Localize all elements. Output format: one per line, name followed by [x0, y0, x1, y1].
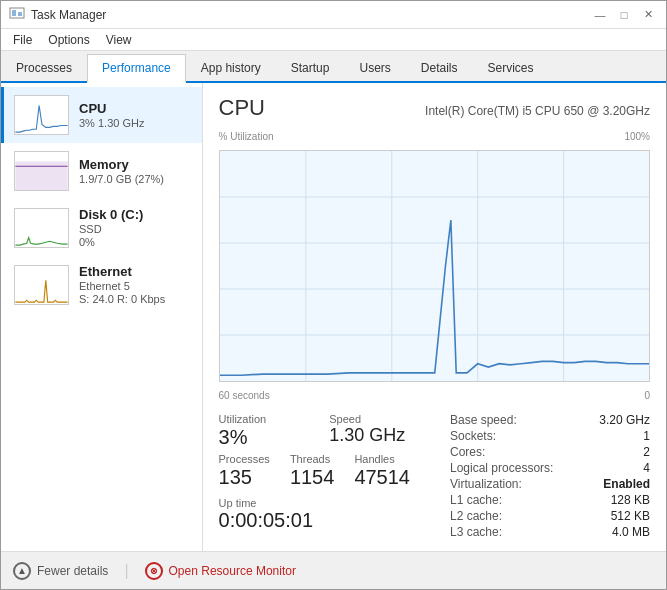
footer-separator: |	[124, 562, 128, 580]
base-speed-value: 3.20 GHz	[599, 413, 650, 427]
menu-view[interactable]: View	[98, 31, 140, 49]
cpu-chart	[219, 150, 650, 382]
l1-row: L1 cache: 128 KB	[450, 493, 650, 507]
ethernet-sub1: Ethernet 5	[79, 280, 192, 292]
l2-label: L2 cache:	[450, 509, 580, 523]
cores-label: Cores:	[450, 445, 580, 459]
l3-row: L3 cache: 4.0 MB	[450, 525, 650, 539]
main-title: CPU	[219, 95, 265, 121]
base-speed-label: Base speed:	[450, 413, 580, 427]
memory-name: Memory	[79, 157, 192, 172]
ethernet-name: Ethernet	[79, 264, 192, 279]
footer: ▲ Fewer details | ⊗ Open Resource Monito…	[1, 551, 666, 589]
open-rm-label: Open Resource Monitor	[169, 564, 296, 578]
logical-row: Logical processors: 4	[450, 461, 650, 475]
menu-bar: File Options View	[1, 29, 666, 51]
tab-details[interactable]: Details	[406, 54, 473, 81]
l3-label: L3 cache:	[450, 525, 580, 539]
uptime-group: Up time 0:00:05:01	[219, 497, 410, 532]
utilization-group: Utilization 3%	[219, 413, 300, 449]
chart-labels-top: % Utilization 100%	[219, 131, 650, 142]
svg-rect-2	[18, 12, 22, 16]
cpu-info: CPU 3% 1.30 GHz	[79, 101, 192, 129]
tab-processes[interactable]: Processes	[1, 54, 87, 81]
tab-app-history[interactable]: App history	[186, 54, 276, 81]
tab-startup[interactable]: Startup	[276, 54, 345, 81]
close-button[interactable]: ✕	[638, 5, 658, 25]
l2-row: L2 cache: 512 KB	[450, 509, 650, 523]
x-left-label: 60 seconds	[219, 390, 270, 401]
virt-value: Enabled	[603, 477, 650, 491]
cpu-name: CPU	[79, 101, 192, 116]
sockets-row: Sockets: 1	[450, 429, 650, 443]
title-bar: Task Manager — □ ✕	[1, 1, 666, 29]
chart-labels-bottom: 60 seconds 0	[219, 390, 650, 401]
task-manager-window: Task Manager — □ ✕ File Options View Pro…	[0, 0, 667, 590]
l1-value: 128 KB	[611, 493, 650, 507]
main-panel: CPU Intel(R) Core(TM) i5 CPU 650 @ 3.20G…	[203, 83, 666, 551]
fewer-details-button[interactable]: ▲ Fewer details	[13, 562, 108, 580]
utilization-value: 3%	[219, 425, 300, 449]
fewer-details-label: Fewer details	[37, 564, 108, 578]
speed-label: Speed	[329, 413, 410, 425]
disk-sub2: 0%	[79, 236, 192, 248]
disk-thumbnail	[14, 208, 69, 248]
uptime-label: Up time	[219, 497, 410, 509]
logical-value: 4	[643, 461, 650, 475]
title-text: Task Manager	[31, 8, 106, 22]
cores-value: 2	[643, 445, 650, 459]
svg-rect-1	[12, 10, 16, 16]
main-header: CPU Intel(R) Core(TM) i5 CPU 650 @ 3.20G…	[219, 95, 650, 121]
threads-group: Threads 1154	[290, 453, 335, 489]
tab-services[interactable]: Services	[473, 54, 549, 81]
memory-thumbnail	[14, 151, 69, 191]
maximize-button[interactable]: □	[614, 5, 634, 25]
tab-performance[interactable]: Performance	[87, 54, 186, 83]
app-icon	[9, 7, 25, 23]
sidebar-item-cpu[interactable]: CPU 3% 1.30 GHz	[1, 87, 202, 143]
uptime-value: 0:00:05:01	[219, 509, 410, 532]
right-stats: Base speed: 3.20 GHz Sockets: 1 Cores: 2…	[450, 413, 650, 539]
utilization-label: Utilization	[219, 413, 300, 425]
handles-value: 47514	[354, 465, 410, 489]
open-resource-monitor-button[interactable]: ⊗ Open Resource Monitor	[145, 562, 296, 580]
ethernet-sub2: S: 24.0 R: 0 Kbps	[79, 293, 192, 305]
resource-monitor-icon: ⊗	[145, 562, 163, 580]
svg-rect-8	[220, 151, 649, 381]
cpu-model: Intel(R) Core(TM) i5 CPU 650 @ 3.20GHz	[425, 104, 650, 118]
y-max: 100%	[624, 131, 650, 142]
cpu-sub: 3% 1.30 GHz	[79, 117, 192, 129]
virt-label: Virtualization:	[450, 477, 580, 491]
ethernet-info: Ethernet Ethernet 5 S: 24.0 R: 0 Kbps	[79, 264, 192, 305]
disk-sub1: SSD	[79, 223, 192, 235]
threads-value: 1154	[290, 465, 335, 489]
title-left: Task Manager	[9, 7, 106, 23]
disk-info: Disk 0 (C:) SSD 0%	[79, 207, 192, 248]
l3-value: 4.0 MB	[612, 525, 650, 539]
disk-name: Disk 0 (C:)	[79, 207, 192, 222]
ethernet-thumbnail	[14, 265, 69, 305]
x-right-label: 0	[644, 390, 650, 401]
logical-label: Logical processors:	[450, 461, 580, 475]
menu-options[interactable]: Options	[40, 31, 97, 49]
sockets-label: Sockets:	[450, 429, 580, 443]
sidebar-item-disk[interactable]: Disk 0 (C:) SSD 0%	[1, 199, 202, 256]
sockets-value: 1	[643, 429, 650, 443]
processes-value: 135	[219, 465, 270, 489]
handles-label: Handles	[354, 453, 410, 465]
base-speed-row: Base speed: 3.20 GHz	[450, 413, 650, 427]
tab-bar: Processes Performance App history Startu…	[1, 51, 666, 83]
threads-label: Threads	[290, 453, 335, 465]
sidebar-item-memory[interactable]: Memory 1.9/7.0 GB (27%)	[1, 143, 202, 199]
processes-group: Processes 135	[219, 453, 270, 489]
minimize-button[interactable]: —	[590, 5, 610, 25]
virt-row: Virtualization: Enabled	[450, 477, 650, 491]
memory-sub: 1.9/7.0 GB (27%)	[79, 173, 192, 185]
sidebar: CPU 3% 1.30 GHz Memory 1.9/7.0 GB (27%)	[1, 83, 203, 551]
sidebar-item-ethernet[interactable]: Ethernet Ethernet 5 S: 24.0 R: 0 Kbps	[1, 256, 202, 313]
menu-file[interactable]: File	[5, 31, 40, 49]
speed-value: 1.30 GHz	[329, 425, 410, 447]
l2-value: 512 KB	[611, 509, 650, 523]
left-stats: Utilization 3% Speed 1.30 GHz Processes …	[219, 413, 410, 539]
tab-users[interactable]: Users	[344, 54, 405, 81]
